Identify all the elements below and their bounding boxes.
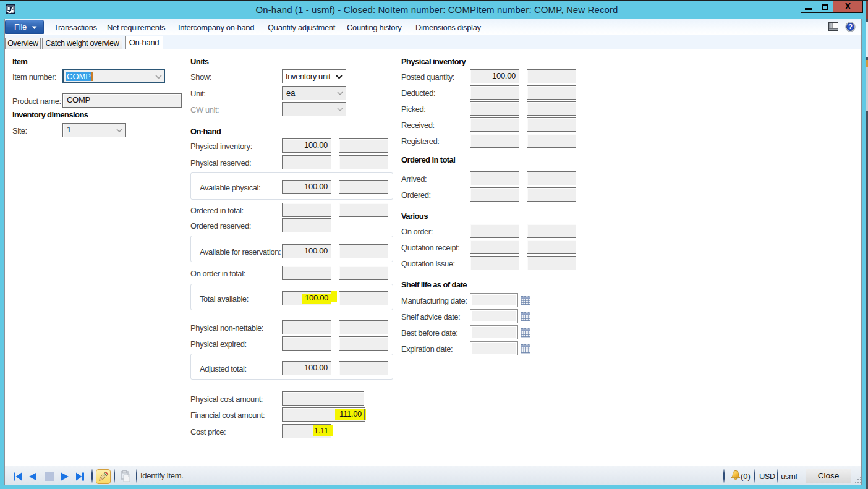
svg-text:?: ?: [848, 23, 853, 30]
